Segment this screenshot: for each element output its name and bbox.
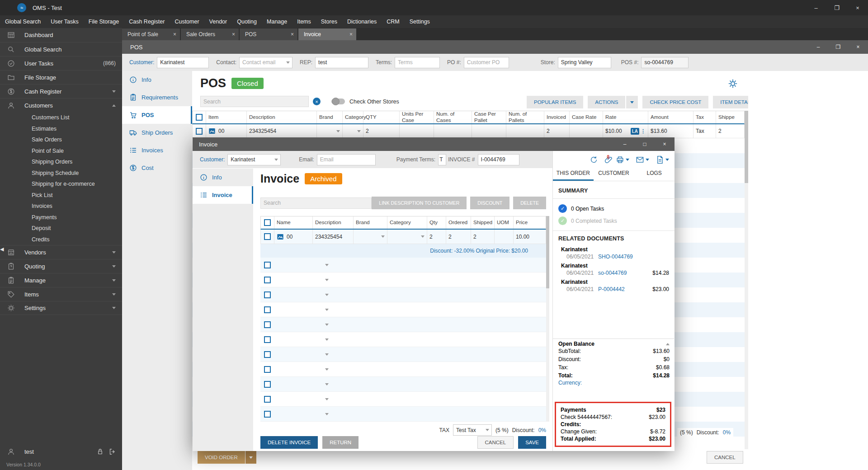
- chevron-down-icon[interactable]: [325, 279, 329, 281]
- qty-cell[interactable]: 2: [427, 230, 446, 244]
- sidebar-item-items[interactable]: Items: [0, 287, 122, 301]
- column-header[interactable]: Description: [313, 216, 354, 229]
- print-button[interactable]: [616, 155, 629, 164]
- item-image-icon[interactable]: [277, 233, 284, 240]
- sidebar-item-estimates[interactable]: Estimates: [0, 123, 122, 135]
- sidebar-item-shipping-ecommerce[interactable]: Shipping for e-commerce: [0, 179, 122, 190]
- column-header[interactable]: Price: [514, 216, 541, 229]
- pos-nav-pos[interactable]: POS: [122, 106, 192, 124]
- column-header[interactable]: Num. of Pallets: [506, 111, 544, 123]
- sidebar-item-customers[interactable]: Customers: [0, 98, 122, 112]
- row-checkbox[interactable]: [196, 128, 203, 135]
- tab-sale-orders[interactable]: Sale Orders×: [181, 28, 239, 40]
- select-all-checkbox[interactable]: [264, 219, 271, 226]
- customer-field[interactable]: [157, 57, 209, 68]
- menu-customer[interactable]: Customer: [170, 19, 204, 25]
- pos-table-scrollbar[interactable]: [745, 111, 748, 449]
- menu-file-storage[interactable]: File Storage: [84, 19, 124, 25]
- chevron-down-icon[interactable]: [325, 324, 329, 326]
- chevron-down-icon[interactable]: [381, 235, 385, 238]
- column-header[interactable]: Num. of Cases: [434, 111, 472, 123]
- completed-tasks-row[interactable]: ✓0 Completed Tasks: [558, 215, 669, 227]
- select-all-checkbox[interactable]: [196, 114, 203, 121]
- column-header[interactable]: Shippe: [716, 111, 740, 123]
- menu-cash-register[interactable]: Cash Register: [124, 19, 170, 25]
- sidebar-item-customers-list[interactable]: Customers List: [0, 112, 122, 123]
- related-doc-link[interactable]: P-0004442: [598, 286, 625, 292]
- currency-link[interactable]: Currency:: [558, 380, 670, 386]
- column-header[interactable]: Name: [274, 216, 313, 229]
- item-details-button[interactable]: ITEM DETAILS: [713, 96, 748, 108]
- link-description-button[interactable]: LINK DESCRIPTION TO CUSTOMER: [372, 197, 467, 209]
- pos-nav-ship-orders[interactable]: Ship Orders: [122, 124, 192, 141]
- sidebar-item-file-storage[interactable]: File Storage: [0, 70, 122, 84]
- menu-quoting[interactable]: Quoting: [232, 19, 262, 25]
- chevron-down-icon[interactable]: [325, 383, 329, 385]
- terms-field[interactable]: [395, 57, 440, 68]
- row-checkbox[interactable]: [264, 411, 271, 418]
- close-button[interactable]: ×: [847, 0, 868, 15]
- refresh-icon[interactable]: [590, 155, 598, 164]
- row-checkbox[interactable]: [264, 396, 271, 403]
- column-header[interactable]: Category: [343, 111, 363, 123]
- chevron-down-icon[interactable]: [286, 61, 290, 64]
- rate-cell[interactable]: $10.00: [605, 128, 622, 134]
- discount-button[interactable]: DISCOUNT: [470, 197, 509, 209]
- chevron-down-icon[interactable]: [357, 130, 361, 132]
- invoice-search-input[interactable]: [260, 197, 372, 209]
- tab-invoice[interactable]: Invoice×: [298, 28, 356, 40]
- sidebar-item-deposit[interactable]: Deposit: [0, 223, 122, 234]
- tab-logs[interactable]: LOGS: [634, 166, 675, 181]
- sidebar-item-point-of-sale[interactable]: Point of Sale: [0, 146, 122, 157]
- chevron-down-icon[interactable]: [325, 353, 329, 356]
- tab-this-order[interactable]: THIS ORDER: [553, 166, 594, 181]
- menu-global-search[interactable]: Global Search: [0, 19, 46, 25]
- close-button[interactable]: ×: [655, 137, 675, 151]
- menu-vendor[interactable]: Vendor: [204, 19, 232, 25]
- sidebar-item-quoting[interactable]: Quoting: [0, 259, 122, 273]
- menu-settings[interactable]: Settings: [405, 19, 435, 25]
- row-checkbox[interactable]: [264, 262, 271, 268]
- delete-invoice-button[interactable]: DELETE INVOICE: [260, 436, 318, 449]
- column-header[interactable]: Item: [206, 111, 247, 123]
- discount-value[interactable]: 0%: [538, 427, 546, 433]
- chevron-down-icon[interactable]: [325, 294, 329, 296]
- column-header[interactable]: Category: [387, 216, 427, 229]
- chevron-down-icon[interactable]: [325, 368, 329, 371]
- void-order-button[interactable]: VOID ORDER: [198, 451, 245, 464]
- chevron-down-icon[interactable]: [325, 398, 329, 400]
- chevron-down-icon[interactable]: [325, 338, 329, 341]
- column-header[interactable]: Case Per Pallet: [472, 111, 506, 123]
- column-header[interactable]: Rate: [603, 111, 648, 123]
- row-checkbox[interactable]: [264, 336, 271, 343]
- export-button[interactable]: [656, 155, 669, 164]
- sidebar-item-shipping-orders[interactable]: Shipping Orders: [0, 156, 122, 168]
- gear-icon[interactable]: [728, 79, 738, 89]
- description-cell[interactable]: 234325454: [313, 230, 354, 244]
- pos-nav-requirements[interactable]: Requirements: [122, 89, 192, 106]
- minimize-button[interactable]: –: [808, 40, 828, 54]
- store-field[interactable]: [558, 57, 611, 68]
- pos-number-field[interactable]: [641, 57, 689, 68]
- sidebar-item-invoices[interactable]: Invoices: [0, 201, 122, 212]
- attachments-button[interactable]: 0: [604, 155, 609, 164]
- chevron-up-icon[interactable]: [666, 343, 670, 345]
- delete-button[interactable]: DELETE: [513, 197, 546, 209]
- payment-terms-field[interactable]: [438, 154, 446, 165]
- customer-field[interactable]: [227, 154, 281, 165]
- sidebar-item-pick-list[interactable]: Pick List: [0, 190, 122, 201]
- save-button[interactable]: SAVE: [518, 436, 546, 449]
- sidebar-item-shipping-schedule[interactable]: Shipping Schedule: [0, 168, 122, 179]
- sidebar-item-vendors[interactable]: Vendors: [0, 245, 122, 259]
- item-search-input[interactable]: [200, 96, 309, 107]
- maximize-button[interactable]: ❐: [828, 40, 848, 54]
- close-button[interactable]: ×: [848, 40, 868, 54]
- pos-nav-info[interactable]: Info: [122, 71, 192, 89]
- discount-value[interactable]: 0%: [723, 429, 731, 436]
- sidebar-item-manage[interactable]: Manage: [0, 273, 122, 287]
- maximize-button[interactable]: ❐: [826, 0, 847, 15]
- column-header[interactable]: Invoiced: [544, 111, 570, 123]
- rep-field[interactable]: [315, 57, 368, 68]
- sidebar-item-dashboard[interactable]: Dashboard: [0, 28, 122, 42]
- pos-nav-invoices[interactable]: Invoices: [122, 141, 192, 159]
